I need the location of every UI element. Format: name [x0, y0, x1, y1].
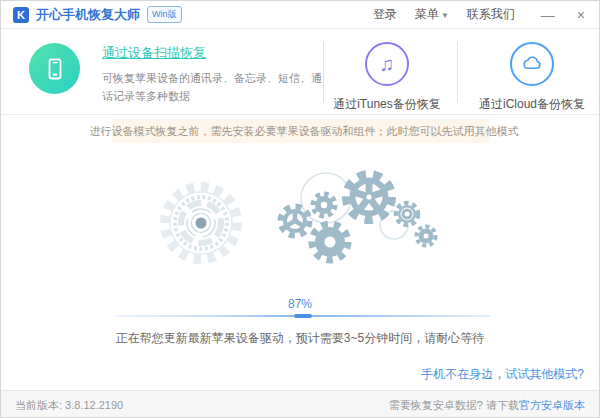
driver-notice-bar: 进行设备模式恢复之前，需先安装必要苹果设备驱动和组件；此时您可以先试用其他模式: [112, 119, 490, 143]
mode-icloud-backup[interactable]: 通过iCloud备份恢复: [476, 42, 588, 113]
mode-device-scan[interactable]: 通过设备扫描恢复 可恢复苹果设备的通讯录、备忘录、短信、通话记录等多种数据: [29, 41, 324, 105]
progress-status-text: 正在帮您更新最新苹果设备驱动，预计需要3~5分钟时间，请耐心等待: [1, 330, 599, 347]
close-button[interactable]: ×: [575, 8, 587, 22]
contact-us-link[interactable]: 联系我们: [467, 6, 515, 23]
minimize-button[interactable]: —: [539, 8, 557, 22]
progress-marker: [294, 314, 312, 318]
recovery-mode-panels: 通过设备扫描恢复 可恢复苹果设备的通讯录、备忘录、短信、通话记录等多种数据 ♫ …: [1, 29, 599, 115]
menu-label: 菜单: [415, 7, 439, 21]
panel-divider: [323, 42, 324, 102]
cloud-icon: [510, 42, 554, 86]
outline-gear: [165, 187, 237, 259]
progress-percent: 87%: [1, 297, 599, 311]
solid-gear-cluster: [281, 173, 436, 260]
icloud-mode-label: 通过iCloud备份恢复: [479, 96, 585, 113]
mode-itunes-backup[interactable]: ♫ 通过iTunes备份恢复: [331, 42, 443, 113]
android-prompt-label: 需要恢复安卓数据? 请下载: [389, 399, 519, 411]
login-link[interactable]: 登录: [373, 6, 397, 23]
itunes-mode-label: 通过iTunes备份恢复: [333, 96, 441, 113]
try-other-mode-link[interactable]: 手机不在身边，试试其他模式?: [421, 366, 584, 383]
menu-dropdown[interactable]: 菜单▼: [415, 6, 449, 23]
android-version-link[interactable]: 官方安卓版本: [519, 399, 585, 411]
smartphone-icon: [29, 43, 80, 94]
app-logo-icon: K: [13, 7, 29, 23]
notice-text: 进行设备模式恢复之前，需先安装必要苹果设备驱动和组件；此时您可以先试用其他模式: [90, 124, 519, 139]
statusbar: 当前版本: 3.8.12.2190 需要恢复安卓数据? 请下载官方安卓版本: [1, 390, 599, 418]
progress-bar: [115, 315, 491, 317]
panel-divider: [457, 42, 458, 102]
chevron-down-icon: ▼: [441, 11, 449, 20]
app-title: 开心手机恢复大师: [36, 6, 140, 24]
win-version-badge: Win版: [147, 6, 182, 23]
titlebar: K 开心手机恢复大师 Win版 登录 菜单▼ 联系我们 — ×: [1, 1, 599, 29]
music-note-icon: ♫: [365, 42, 409, 86]
device-scan-title[interactable]: 通过设备扫描恢复: [102, 44, 324, 62]
current-version-label: 当前版本: 3.8.12.2190: [15, 398, 123, 413]
app-window: K 开心手机恢复大师 Win版 登录 菜单▼ 联系我们 — × 通过设备扫描恢复…: [0, 0, 600, 418]
device-scan-description: 可恢复苹果设备的通讯录、备忘录、短信、通话记录等多种数据: [102, 69, 324, 105]
